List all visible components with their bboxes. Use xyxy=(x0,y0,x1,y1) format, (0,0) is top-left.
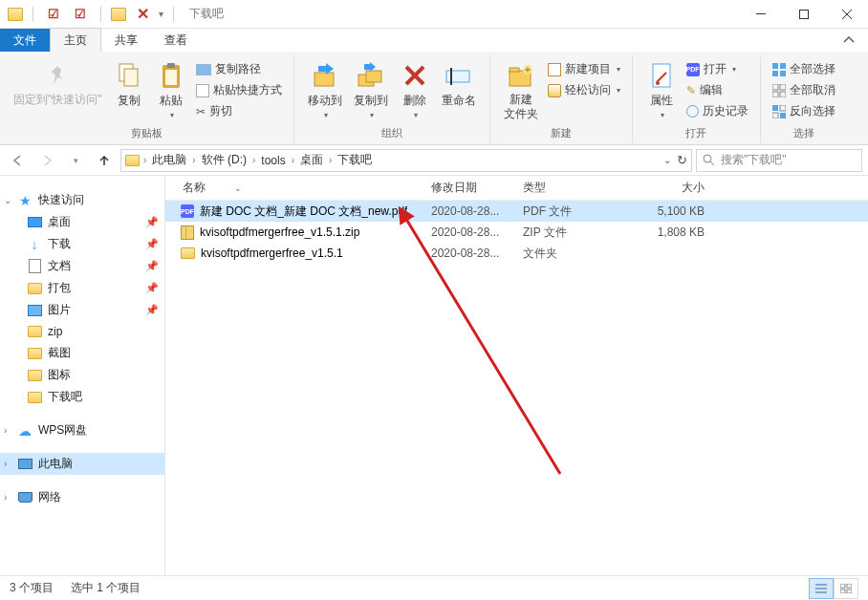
view-details-button[interactable] xyxy=(809,578,834,599)
file-row[interactable]: PDF新建 DOC 文档_新建 DOC 文档_new.pdf2020-08-28… xyxy=(165,201,868,222)
select-all-icon xyxy=(772,63,786,76)
folder-icon xyxy=(28,283,42,294)
copy-path-button[interactable]: 复制路径 xyxy=(192,59,286,79)
grid-icon xyxy=(840,584,852,593)
new-folder-button[interactable]: 新建 文件夹 xyxy=(498,57,544,124)
tab-view[interactable]: 查看 xyxy=(151,29,201,52)
tab-file[interactable]: 文件 xyxy=(0,29,50,52)
file-name: 新建 DOC 文档_新建 DOC 文档_new.pdf xyxy=(200,204,407,220)
chevron-right-icon: › xyxy=(4,425,7,436)
file-row[interactable]: kvisoftpdfmergerfree_v1.5.1.zip2020-08-2… xyxy=(165,222,868,243)
back-button[interactable] xyxy=(6,148,31,173)
window-title: 下载吧 xyxy=(189,6,224,22)
chevron-down-icon: ▾ xyxy=(170,111,174,119)
edit-button[interactable]: ✎编辑 xyxy=(683,80,752,100)
tab-home[interactable]: 主页 xyxy=(50,28,101,52)
ribbon-collapse-button[interactable] xyxy=(830,34,868,46)
close-button[interactable] xyxy=(825,0,868,29)
pc-icon xyxy=(18,459,33,469)
nav-this-pc[interactable]: › 此电脑 xyxy=(0,453,164,475)
col-type[interactable]: 类型 xyxy=(515,180,607,196)
select-all-button[interactable]: 全部选择 xyxy=(769,59,839,79)
list-icon xyxy=(815,584,827,593)
rename-button[interactable]: 重命名 xyxy=(436,57,482,112)
nav-wps[interactable]: › ☁ WPS网盘 xyxy=(0,419,164,441)
folder-icon xyxy=(28,370,42,381)
folder-icon xyxy=(28,392,42,403)
col-name[interactable]: 名称⌄ xyxy=(165,180,423,196)
select-none-button[interactable]: 全部取消 xyxy=(769,80,839,100)
nav-qa-item[interactable]: 文档📌 xyxy=(0,255,164,277)
nav-qa-item[interactable]: 打包📌 xyxy=(0,277,164,299)
nav-quick-access[interactable]: ⌄ ★ 快速访问 xyxy=(0,189,164,211)
chevron-down-icon[interactable]: ⌄ xyxy=(663,155,671,165)
chevron-right-icon[interactable]: › xyxy=(290,155,296,165)
copy-button[interactable]: 复制 xyxy=(108,57,150,112)
crumb-3[interactable]: 桌面 xyxy=(298,151,325,169)
nav-qa-item[interactable]: zip xyxy=(0,321,164,342)
up-button[interactable] xyxy=(92,148,117,173)
folder-icon xyxy=(28,326,42,337)
properties-button[interactable]: 属性▾ xyxy=(640,57,683,122)
breadcrumb-bar[interactable]: › 此电脑 › 软件 (D:) › tools › 桌面 › 下载吧 ⌄ ↻ xyxy=(120,149,692,172)
svg-rect-9 xyxy=(366,71,381,82)
file-pane: 名称⌄ 修改日期 类型 大小 PDF新建 DOC 文档_新建 DOC 文档_ne… xyxy=(165,176,868,600)
easy-access-button[interactable]: 轻松访问▾ xyxy=(544,80,624,100)
x-icon: ✕ xyxy=(137,5,149,23)
paste-shortcut-button[interactable]: 粘贴快捷方式 xyxy=(192,80,286,100)
maximize-button[interactable] xyxy=(782,0,825,29)
history-button[interactable]: 历史记录 xyxy=(683,101,752,121)
nav-qa-item[interactable]: 下载吧 xyxy=(0,386,164,408)
nav-label: 下载吧 xyxy=(48,389,82,405)
doc-icon xyxy=(29,259,41,273)
cut-button[interactable]: ✂剪切 xyxy=(192,101,286,121)
open-button[interactable]: PDF打开▾ xyxy=(683,59,752,79)
col-size[interactable]: 大小 xyxy=(607,180,712,196)
nav-network[interactable]: › 网络 xyxy=(0,486,164,508)
refresh-icon[interactable]: ↻ xyxy=(677,153,687,167)
crumb-4[interactable]: 下载吧 xyxy=(336,151,374,169)
pic-icon xyxy=(28,305,42,316)
select-none-icon xyxy=(772,84,786,97)
file-row[interactable]: kvisoftpdfmergerfree_v1.5.12020-08-28...… xyxy=(165,243,868,264)
delete-button[interactable]: 删除▾ xyxy=(394,57,436,122)
chevron-right-icon[interactable]: › xyxy=(250,155,257,165)
svg-rect-33 xyxy=(840,589,845,593)
folder-icon xyxy=(28,348,42,359)
crumb-1[interactable]: 软件 (D:) xyxy=(200,151,249,169)
view-large-icons-button[interactable] xyxy=(834,578,858,599)
invert-selection-button[interactable]: 反向选择 xyxy=(769,101,839,121)
recent-dropdown[interactable]: ▾ xyxy=(63,148,88,173)
pin-quick-access-button[interactable]: 固定到"快速访问" xyxy=(8,57,108,110)
qat-check-1[interactable]: ☑ xyxy=(43,4,64,25)
nav-qa-item[interactable]: 图标 xyxy=(0,364,164,386)
chevron-right-icon[interactable]: › xyxy=(190,155,197,165)
forward-button[interactable] xyxy=(34,148,59,173)
chevron-right-icon[interactable]: › xyxy=(141,155,148,165)
copy-to-button[interactable]: 复制到▾ xyxy=(348,57,394,122)
chevron-down-icon: ⌄ xyxy=(4,195,11,205)
nav-label: 文档 xyxy=(48,258,71,274)
nav-qa-item[interactable]: 截图 xyxy=(0,342,164,364)
search-input[interactable]: 搜索"下载吧" xyxy=(696,149,862,172)
nav-qa-item[interactable]: ↓下载📌 xyxy=(0,233,164,255)
new-item-button[interactable]: 新建项目▾ xyxy=(544,59,624,79)
qat-dropdown-icon[interactable]: ▾ xyxy=(159,9,163,19)
col-date[interactable]: 修改日期 xyxy=(423,180,515,196)
nav-qa-item[interactable]: 图片📌 xyxy=(0,299,164,321)
nav-qa-item[interactable]: 桌面📌 xyxy=(0,211,164,233)
minimize-button[interactable] xyxy=(739,0,782,29)
move-to-button[interactable]: 移动到▾ xyxy=(302,57,348,122)
crumb-0[interactable]: 此电脑 xyxy=(150,151,188,169)
svg-point-29 xyxy=(704,155,711,162)
crumb-2[interactable]: tools xyxy=(259,153,287,168)
paste-button[interactable]: 粘贴 ▾ xyxy=(150,57,192,122)
qat-close-red[interactable]: ✕ xyxy=(132,4,153,25)
nav-label: 图标 xyxy=(48,367,71,383)
tab-share[interactable]: 共享 xyxy=(101,29,151,52)
qat-check-2[interactable]: ☑ xyxy=(70,4,91,25)
svg-rect-28 xyxy=(780,113,786,118)
properties-icon xyxy=(646,60,677,91)
search-icon xyxy=(703,154,715,166)
chevron-right-icon[interactable]: › xyxy=(327,155,334,165)
